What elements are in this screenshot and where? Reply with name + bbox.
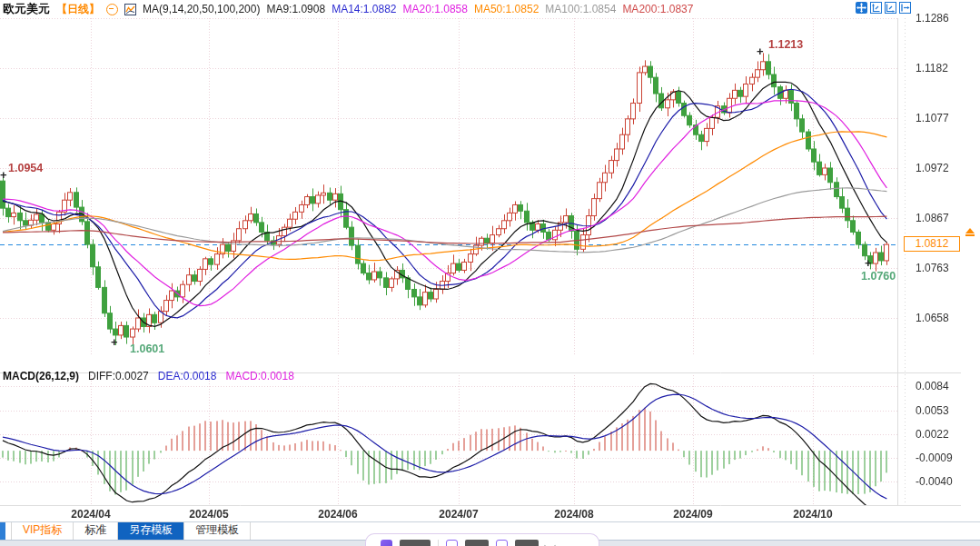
price-axis-tick: 1.0867 <box>916 212 949 224</box>
macd-dea-value: DEA:0.0018 <box>158 370 217 382</box>
price-axis-tick: 1.0658 <box>916 312 949 324</box>
toolbar-label-clipped <box>465 540 489 546</box>
month-label: 2024/08 <box>554 508 593 521</box>
high-right-label: 1.1213 <box>768 38 803 51</box>
pan-right-icon[interactable] <box>899 2 911 14</box>
trading-chart-window: 欧元美元 【日线】 MA(9,14,20,50,100,200) MA9:1.0… <box>0 0 980 546</box>
low-left-label: 1.0601 <box>130 342 164 355</box>
tab-manage-template[interactable]: 管理模板 <box>184 522 251 540</box>
price-axis-tick: 1.1182 <box>916 62 948 74</box>
macd-axis-tick: 0.0053 <box>916 404 949 417</box>
price-axis-tick: 1.1286 <box>916 12 949 25</box>
high-left-label: 1.0954 <box>8 162 43 174</box>
ma-settings-label: MA(9,14,20,50,100,200) <box>143 3 260 15</box>
toolbar-purple-app-icon[interactable] <box>381 540 392 546</box>
high-marker-cross: + <box>757 47 764 56</box>
timeframe-label[interactable]: 【日线】 <box>56 2 100 17</box>
chart-toolbar <box>856 2 911 14</box>
month-label: 2024/05 <box>189 508 228 521</box>
ma14-value: MA14:1.0882 <box>332 3 396 15</box>
toolbar-label-clipped <box>400 540 431 546</box>
month-label: 2024/04 <box>71 508 110 521</box>
macd-axis-tick: 0.0084 <box>916 380 949 392</box>
ma9-value: MA9:1.0908 <box>266 3 325 15</box>
month-label: 2024/06 <box>318 508 357 521</box>
toolbar-outline-icon-1[interactable] <box>446 540 458 546</box>
chart-header: 欧元美元 【日线】 MA(9,14,20,50,100,200) MA9:1.0… <box>3 2 693 16</box>
ma20-value: MA20:1.0858 <box>403 3 468 15</box>
symbol-name: 欧元美元 <box>3 1 50 17</box>
tab-save-template[interactable]: 另存模板 <box>118 522 184 540</box>
x-axis-adjust-icon[interactable] <box>885 2 896 14</box>
ma200-value: MA200:1.0837 <box>622 3 693 15</box>
pan-icon[interactable] <box>856 2 867 14</box>
macd-title: MACD(26,12,9) <box>3 370 79 382</box>
low-marker-cross: + <box>865 259 872 268</box>
month-label: 2024/07 <box>439 508 478 521</box>
macd-diff-value: DIFF:0.0027 <box>88 370 149 382</box>
month-label: 2024/10 <box>793 508 832 521</box>
macd-axis-tick: -0.0040 <box>916 475 953 488</box>
current-price-badge: 1.0812 <box>904 236 960 252</box>
macd-header: MACD(26,12,9) DIFF:0.0027 DEA:0.0018 MAC… <box>3 370 294 382</box>
ma100-value: MA100:1.0854 <box>545 3 616 15</box>
toolbar-chevron-icon[interactable] <box>544 540 556 546</box>
macd-axis-tick: 0.0022 <box>916 428 949 441</box>
price-axis-tick: 1.0972 <box>916 162 949 174</box>
toolbar-outline-icon-2[interactable] <box>496 540 508 546</box>
toolbar-label-clipped <box>515 540 539 546</box>
low-right-label: 1.0760 <box>861 270 896 283</box>
ma50-value: MA50:1.0852 <box>474 3 539 15</box>
price-macd-chart-canvas[interactable] <box>0 0 980 546</box>
tab-standard[interactable]: 标准 <box>74 522 118 540</box>
floating-toolbar[interactable] <box>365 533 599 546</box>
macd-axis-tick: -0.0009 <box>916 452 953 464</box>
scroll-to-latest-icon[interactable] <box>965 228 975 236</box>
low-marker-cross: + <box>111 338 118 347</box>
chart-type-icon[interactable] <box>124 4 136 15</box>
y-axis-adjust-icon[interactable] <box>870 2 882 14</box>
macd-macd-value: MACD:0.0018 <box>225 370 293 382</box>
price-axis-tick: 1.0763 <box>916 262 949 274</box>
toolbar-divider <box>438 540 439 546</box>
high-marker-cross: + <box>0 171 7 180</box>
price-axis-tick: 1.1077 <box>916 112 949 124</box>
tab-vip-indicators[interactable]: VIP指标 <box>11 522 74 540</box>
tab-scroll-icon[interactable] <box>0 522 5 540</box>
collapse-icon[interactable] <box>106 4 118 15</box>
month-label: 2024/09 <box>673 508 712 521</box>
